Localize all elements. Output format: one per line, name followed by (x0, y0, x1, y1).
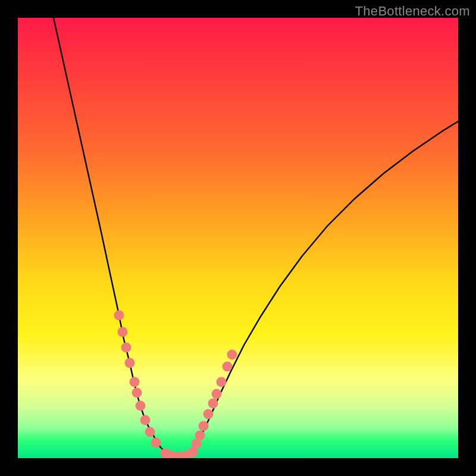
watermark-text: TheBottleneck.com (355, 4, 470, 19)
chart-area (18, 18, 458, 458)
chart-background-gradient (18, 18, 458, 458)
